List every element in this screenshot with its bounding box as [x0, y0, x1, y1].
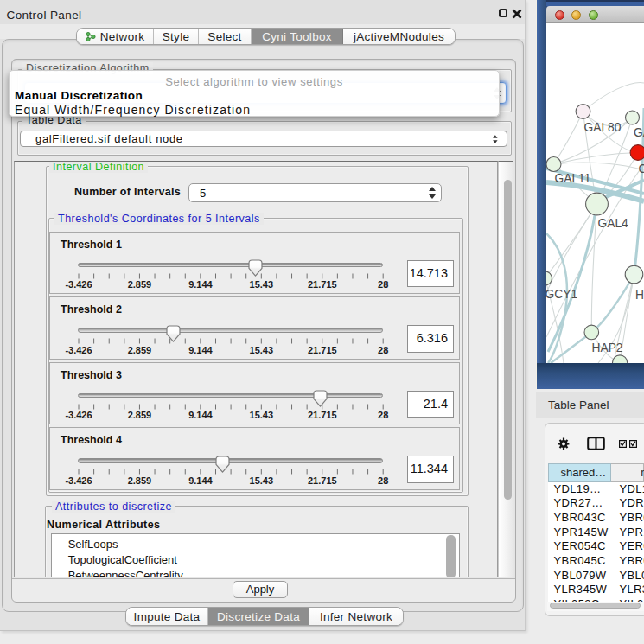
svg-text:GCY1: GCY1 [546, 288, 577, 301]
svg-text:GAL4: GAL4 [598, 217, 629, 230]
svg-text:C: C [639, 163, 644, 175]
svg-text:GAL80: GAL80 [584, 121, 622, 134]
svg-text:GA: GA [634, 126, 644, 139]
svg-text:HAP2: HAP2 [592, 341, 623, 354]
svg-text:H: H [635, 289, 644, 302]
svg-text:GAL11: GAL11 [555, 172, 591, 185]
